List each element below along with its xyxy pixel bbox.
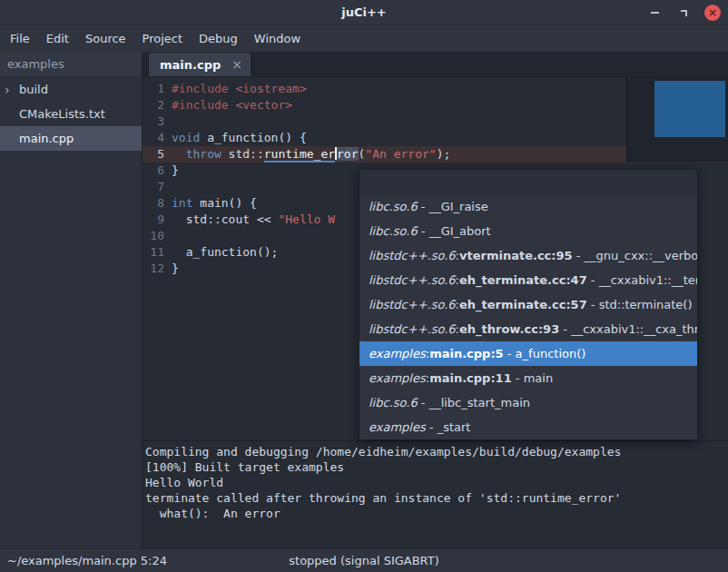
menu-file[interactable]: File [2,25,38,52]
frame-function: - main [512,371,553,385]
code-segment: std:: [221,147,264,161]
file-tree-item-label: build [19,83,48,96]
minimize-button[interactable] [646,5,663,21]
backtrace-row-3[interactable]: libstdc++.so.6:eh_terminate.cc:47 - __cx… [359,268,697,292]
frame-module: examples [369,371,426,385]
app-window: juCi++ × FileEditSourceProjectDebugWindo… [0,0,728,572]
menu-debug[interactable]: Debug [191,25,246,52]
line-number: 8 [143,195,172,212]
frame-function: - std::terminate() [587,298,693,311]
code-text: int main() { [172,195,257,212]
backtrace-row-1[interactable]: libc.so.6 - __GI_abort [359,219,697,243]
close-button[interactable]: × [704,5,721,21]
frame-module: libc.so.6 [369,224,418,238]
tab-main-cpp[interactable]: main.cpp × [148,52,251,76]
line-number: 7 [143,179,172,195]
code-segment: runtime_er [264,147,335,163]
line-number: 5 [143,146,172,163]
status-bar: ~/examples/main.cpp 5:24 stopped (signal… [0,548,728,572]
frame-module: examples [369,347,426,360]
line-number: 12 [143,261,172,277]
debug-output-panel: Compiling and debugging /home/eidheim/ex… [143,440,728,548]
code-segment: std::cout << [172,212,278,226]
maximize-button[interactable] [675,5,692,21]
line-number: 3 [143,113,172,130]
file-tree-item-label: CMakeLists.txt [19,107,105,121]
code-text: a_function(); [172,244,278,261]
maximize-icon [681,10,687,16]
menu-source[interactable]: Source [77,25,134,52]
backtrace-row-2[interactable]: libstdc++.so.6:vterminate.cc:95 - __gnu_… [359,243,697,268]
code-text: std::cout << "Hello W [172,212,335,228]
backtrace-list: libc.so.6 - __GI_raiselibc.so.6 - __GI_a… [359,194,697,439]
code-text: } [172,163,179,179]
frame-function: - __gnu_cxx::__verbos [573,249,697,262]
window-controls: × [646,0,721,25]
frame-module: libstdc++.so.6 [369,249,456,262]
frame-function: - __cxxabiv1::__tern [587,273,697,287]
code-segment: <vector> [235,98,292,112]
code-segment: ); [437,147,451,161]
backtrace-row-9[interactable]: examples - _start [359,415,697,439]
backtrace-filter-input[interactable] [359,170,697,194]
file-tree-item-main-cpp[interactable]: main.cpp [0,126,142,151]
frame-module: libstdc++.so.6 [369,273,456,287]
file-tree-item-build[interactable]: ›build [0,77,142,102]
output-line-3: terminate called after throwing an insta… [145,490,728,506]
minimize-icon [651,12,659,14]
code-segment: #include [172,82,235,95]
output-line-0: Compiling and debugging /home/eidheim/ex… [145,444,728,459]
menu-project[interactable]: Project [134,25,191,52]
frame-function: - __cxxabiv1::__cxa_thro [559,322,697,336]
backtrace-row-7[interactable]: examples:main.cpp:11 - main [359,366,697,390]
frame-location: main.cpp:11 [429,371,512,385]
tab-close-icon[interactable]: × [231,57,242,72]
frame-function: - __libc_start_main [418,396,530,409]
tab-bar: main.cpp × [143,52,728,77]
file-tree-item-label: main.cpp [19,132,74,145]
code-segment: a_function() { [200,131,306,144]
code-segment [172,147,186,161]
backtrace-popup: libc.so.6 - __GI_raiselibc.so.6 - __GI_a… [359,169,698,440]
frame-function: - a_function() [504,347,586,360]
code-text: throw std::runtime_error("An error"); [172,146,450,163]
code-segment: void [172,131,200,144]
code-text: #include <iostream> [172,81,307,97]
frame-location: eh_throw.cc:93 [459,322,559,336]
file-tree: ›buildCMakeLists.txtmain.cpp [0,77,142,151]
frame-module: examples [369,420,426,434]
backtrace-row-0[interactable]: libc.so.6 - __GI_raise [359,194,697,219]
code-segment: } [172,163,179,177]
line-number: 10 [143,228,172,244]
backtrace-row-5[interactable]: libstdc++.so.6:eh_throw.cc:93 - __cxxabi… [359,317,697,341]
tab-label: main.cpp [160,58,221,72]
frame-module: libstdc++.so.6 [369,298,456,311]
code-text: void a_function() { [172,130,307,146]
backtrace-row-6[interactable]: examples:main.cpp:5 - a_function() [359,341,697,366]
menu-edit[interactable]: Edit [38,25,77,52]
frame-function: - __GI_raise [418,200,488,213]
output-line-1: [100%] Built target examples [145,459,728,475]
line-number: 2 [143,97,172,113]
code-segment: ror [337,147,358,161]
code-segment: main() { [192,196,256,210]
frame-location: eh_terminate.cc:47 [459,273,587,287]
code-segment: } [172,261,179,275]
window-title: juCi++ [341,5,387,19]
file-tree-item-cmakelists-txt[interactable]: CMakeLists.txt [0,102,142,126]
menu-window[interactable]: Window [246,25,309,52]
chevron-right-icon: › [5,84,19,96]
code-segment: a_function(); [172,245,278,259]
code-segment: throw [186,147,221,161]
file-tree-sidebar: examples ›buildCMakeLists.txtmain.cpp [0,52,143,548]
status-file-location: ~/examples/main.cpp 5:24 [0,554,167,567]
output-line-4: what(): An error [145,506,728,521]
titlebar[interactable]: juCi++ × [0,0,728,25]
line-number: 1 [143,81,172,97]
backtrace-row-4[interactable]: libstdc++.so.6:eh_terminate.cc:57 - std:… [359,292,697,317]
frame-function: - _start [426,420,471,434]
line-number: 6 [143,163,172,179]
code-segment: <iostream> [235,82,306,95]
backtrace-row-8[interactable]: libc.so.6 - __libc_start_main [359,390,697,415]
code-segment: int [172,196,192,210]
